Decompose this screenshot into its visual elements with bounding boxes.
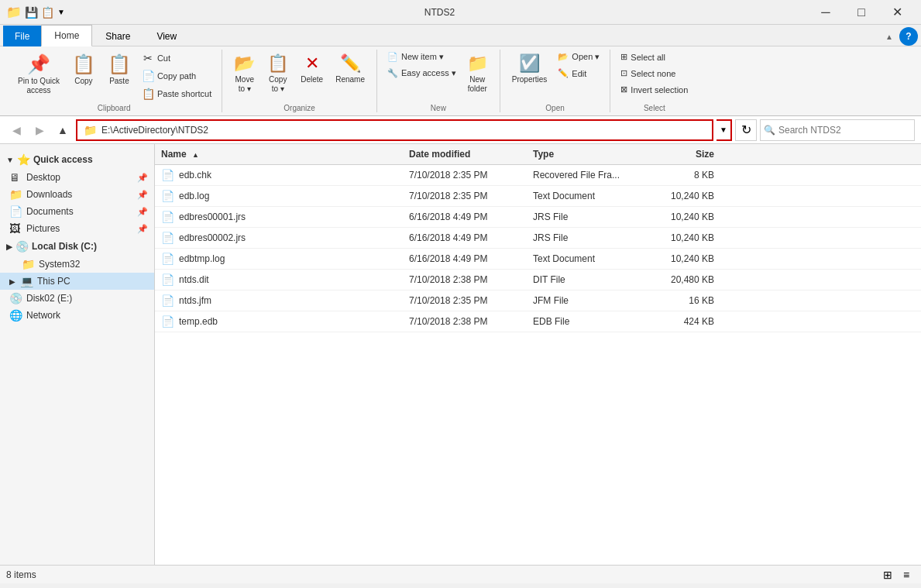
paste-icon: 📋 <box>108 53 131 75</box>
list-view-button[interactable]: ≡ <box>898 567 915 583</box>
new-folder-icon: 📁 <box>467 53 488 74</box>
file-size: 20,480 KB <box>651 272 720 287</box>
properties-label: Properties <box>512 75 548 84</box>
status-bar: 8 items ⊞ ≡ <box>0 565 921 583</box>
file-type: Recovered File Fra... <box>527 167 651 183</box>
new-folder-button[interactable]: 📁 Newfolder <box>462 50 493 98</box>
cut-button[interactable]: ✂ Cut <box>138 50 215 67</box>
table-row[interactable]: 📄 edb.chk 7/10/2018 2:35 PM Recovered Fi… <box>155 165 921 186</box>
table-row[interactable]: 📄 edbres00002.jrs 6/16/2018 4:49 PM JRS … <box>155 228 921 249</box>
file-date: 6/16/2018 4:49 PM <box>403 209 527 225</box>
title-text: NTDS2 <box>71 7 808 18</box>
tab-home[interactable]: Home <box>41 25 92 46</box>
sidebar-item-pictures[interactable]: 🖼 Pictures 📌 <box>0 220 154 237</box>
close-button[interactable]: ✕ <box>879 0 915 25</box>
move-to-button[interactable]: 📂 Moveto ▾ <box>229 50 260 98</box>
copy-button[interactable]: 📋 Copy <box>67 50 101 90</box>
sidebar-section-local-disk[interactable]: ▶ 💿 Local Disk (C:) <box>0 237 154 256</box>
table-row[interactable]: 📄 ntds.jfm 7/10/2018 2:35 PM JFM File 16… <box>155 291 921 311</box>
paste-button[interactable]: 📋 Paste <box>102 50 136 90</box>
paste-shortcut-button[interactable]: 📋 Paste shortcut <box>138 85 215 102</box>
maximize-button[interactable]: □ <box>844 0 879 25</box>
copy-icon: 📋 <box>72 53 95 75</box>
refresh-icon: ↻ <box>741 122 751 137</box>
copy-to-button[interactable]: 📋 Copyto ▾ <box>262 50 294 98</box>
col-header-name[interactable]: Name ▲ <box>155 147 403 161</box>
easy-access-button[interactable]: 🔧 Easy access ▾ <box>383 66 460 81</box>
address-path-text: E:\ActiveDirectory\NTDS2 <box>101 125 208 136</box>
file-name-cell: 📄 edbres00001.jrs <box>155 208 403 225</box>
table-row[interactable]: 📄 edbtmp.log 6/16/2018 4:49 PM Text Docu… <box>155 249 921 270</box>
details-view-button[interactable]: ⊞ <box>879 567 896 583</box>
copy-path-button[interactable]: 📄 Copy path <box>138 67 215 84</box>
invert-label: Invert selection <box>631 85 688 95</box>
quick-access-chevron: ▼ <box>6 156 14 164</box>
file-date: 7/10/2018 2:38 PM <box>403 272 527 287</box>
tab-file[interactable]: File <box>3 26 41 46</box>
col-header-date[interactable]: Date modified <box>403 147 527 161</box>
downloads-icon: 📁 <box>9 188 22 201</box>
local-disk-label: Local Disk (C:) <box>32 241 97 252</box>
open-button[interactable]: 📂 Open ▾ <box>554 50 603 64</box>
file-icon: 📄 <box>161 315 174 328</box>
file-name-cell: 📄 edbres00002.jrs <box>155 229 403 246</box>
file-type: JFM File <box>527 293 651 308</box>
minimize-button[interactable]: ─ <box>808 0 844 25</box>
sidebar-item-desktop[interactable]: 🖥 Desktop 📌 <box>0 169 154 186</box>
file-name: edb.log <box>179 191 209 201</box>
invert-selection-button[interactable]: ⊠ Invert selection <box>617 82 692 97</box>
file-icon: 📄 <box>161 169 174 181</box>
disk02-icon: 💿 <box>9 292 22 304</box>
table-row[interactable]: 📄 edbres00001.jrs 6/16/2018 4:49 PM JRS … <box>155 207 921 228</box>
title-dropdown-icon[interactable]: ▼ <box>57 8 65 16</box>
ribbon-help-button[interactable]: ? <box>899 27 918 46</box>
open-group-label: Open <box>507 102 604 112</box>
file-name: temp.edb <box>179 316 218 327</box>
file-type: DIT File <box>527 272 651 287</box>
col-header-type[interactable]: Type <box>527 147 651 161</box>
ribbon-collapse-arrow[interactable]: ▲ <box>882 29 896 44</box>
move-to-label: Moveto ▾ <box>235 75 254 94</box>
table-row[interactable]: 📄 temp.edb 7/10/2018 2:38 PM EDB File 42… <box>155 311 921 332</box>
table-row[interactable]: 📄 ntds.dit 7/10/2018 2:38 PM DIT File 20… <box>155 270 921 291</box>
col-header-size[interactable]: Size <box>651 147 720 161</box>
file-date: 7/10/2018 2:35 PM <box>403 293 527 308</box>
select-none-button[interactable]: ⊡ Select none <box>617 66 692 81</box>
back-button[interactable]: ◀ <box>6 120 26 140</box>
organize-buttons: 📂 Moveto ▾ 📋 Copyto ▾ ✕ Delete ✏️ Rename <box>229 50 370 102</box>
pin-to-quick-access-button[interactable]: 📌 Pin to Quickaccess <box>12 50 65 99</box>
sidebar-item-this-pc[interactable]: ▶ 💻 This PC <box>0 273 154 290</box>
properties-button[interactable]: ☑️ Properties <box>507 50 553 88</box>
edit-button[interactable]: ✏️ Edit <box>554 66 603 81</box>
file-name: ntds.dit <box>179 274 209 285</box>
address-path[interactable]: 📁 E:\ActiveDirectory\NTDS2 <box>76 119 713 141</box>
select-all-button[interactable]: ⊞ Select all <box>617 50 692 64</box>
refresh-button[interactable]: ↻ <box>735 119 757 141</box>
cut-label: Cut <box>157 53 170 63</box>
new-item-button[interactable]: 📄 New item ▾ <box>383 50 460 64</box>
copy-path-icon: 📄 <box>142 70 154 82</box>
select-none-label: Select none <box>631 69 675 78</box>
file-icon: 📄 <box>161 232 174 244</box>
sidebar-section-quick-access[interactable]: ▼ ⭐ Quick access <box>0 150 154 169</box>
delete-button[interactable]: ✕ Delete <box>295 50 328 88</box>
sidebar-item-downloads[interactable]: 📁 Downloads 📌 <box>0 186 154 203</box>
main-area: ▼ ⭐ Quick access 🖥 Desktop 📌 📁 Downloads… <box>0 144 921 565</box>
tab-view[interactable]: View <box>143 26 190 46</box>
new-item-icon: 📄 <box>387 52 398 62</box>
tab-share[interactable]: Share <box>92 26 143 46</box>
sidebar-item-network[interactable]: 🌐 Network <box>0 307 154 324</box>
search-box[interactable]: 🔍 <box>760 119 915 141</box>
sidebar-item-disk02[interactable]: 💿 Disk02 (E:) <box>0 290 154 307</box>
forward-button[interactable]: ▶ <box>29 120 50 140</box>
system32-icon: 📁 <box>22 258 34 270</box>
table-row[interactable]: 📄 edb.log 7/10/2018 2:35 PM Text Documen… <box>155 186 921 207</box>
file-icon: 📄 <box>161 294 174 307</box>
search-input[interactable] <box>778 125 902 136</box>
address-dropdown-button[interactable]: ▼ <box>717 119 732 141</box>
ribbon-tab-end: ▲ ? <box>882 27 918 46</box>
up-button[interactable]: ▲ <box>53 120 73 140</box>
rename-button[interactable]: ✏️ Rename <box>330 50 370 88</box>
sidebar-item-system32[interactable]: 📁 System32 <box>0 256 154 273</box>
sidebar-item-documents[interactable]: 📄 Documents 📌 <box>0 203 154 220</box>
